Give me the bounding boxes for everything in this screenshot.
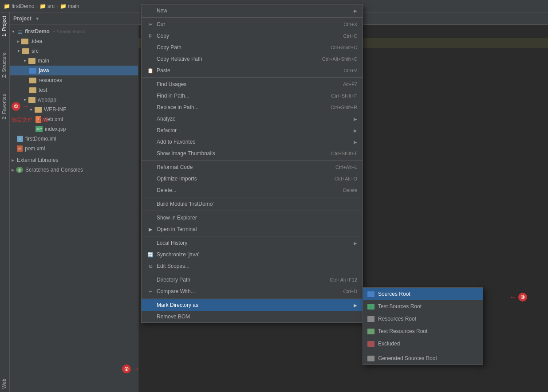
menu-label-analyze: Analyze (157, 116, 176, 122)
menu-item-copypath[interactable]: Copy Path Ctrl+Shift+C (142, 42, 363, 53)
menu-label-copypath: Copy Path (157, 44, 181, 51)
tree-item-idea[interactable]: ▶ .idea (10, 36, 138, 46)
panel-title: Project (13, 16, 32, 22)
breadcrumb-src[interactable]: 📁 src (39, 3, 55, 9)
menu-item-findinpath[interactable]: Find in Path... Ctrl+Shift+F (142, 90, 363, 102)
tree-item-src[interactable]: ▼ src (10, 46, 138, 56)
panel-header: Project ▼ (10, 12, 138, 25)
menu-item-editscopes[interactable]: ⊙ Edit Scopes... (142, 260, 363, 272)
submenu-label-testsourcesroot: Test Sources Root (378, 303, 422, 310)
submenu-item-resourcesroot[interactable]: Resources Root (363, 313, 483, 325)
optimizeimports-icon (147, 175, 154, 182)
left-sidebar-tabs: 1: Project Z: Structure 2: Favorites Web (0, 12, 10, 392)
menu-item-showthumbs[interactable]: Show Image Thumbnails Ctrl+Shift+T (142, 148, 363, 159)
menu-label-showthumbs: Show Image Thumbnails (157, 150, 215, 157)
menu-item-analyze[interactable]: Analyze ▶ (142, 113, 363, 125)
tree-item-main[interactable]: ▼ main (10, 56, 138, 66)
menu-item-replaceinpath[interactable]: Replace in Path... Ctrl+Shift+R (142, 102, 363, 113)
submenu-label-testresourcesroot: Test Resources Root (378, 328, 427, 334)
folder-icon-webapp (28, 97, 35, 103)
folder-icon-idea (21, 39, 28, 44)
tree-label-src: src (32, 48, 39, 54)
menu-item-buildmodule[interactable]: Build Module 'firstDemo' (142, 198, 363, 210)
new-arrow: ▶ (354, 8, 357, 13)
menu-label-copy: Copy (157, 33, 169, 39)
tree-item-resources[interactable]: resources (10, 75, 138, 85)
submenu-item-sourcesroot[interactable]: Sources Root (363, 288, 483, 300)
menu-item-new[interactable]: New ▶ (142, 5, 363, 16)
sidebar-tab-web[interactable]: Web (0, 375, 9, 392)
menu-item-openinterminal[interactable]: ▶ Open in Terminal (142, 223, 363, 235)
copypath-icon (147, 44, 154, 51)
addtofav-icon (147, 138, 154, 145)
menu-item-copy[interactable]: ⎘ Copy Ctrl+C (142, 30, 363, 42)
menu-item-reformat[interactable]: Reformat Code Ctrl+Alt+L (142, 161, 363, 173)
menu-item-delete[interactable]: Delete... Delete (142, 184, 363, 196)
cut-shortcut: Ctrl+X (343, 22, 357, 27)
tree-item-indexjsp[interactable]: JSP index.jsp (10, 124, 138, 134)
submenu-label-resourcesroot: Resources Root (378, 316, 416, 322)
markdir-icon (147, 302, 154, 309)
expand-icon-webinf: ▼ (29, 108, 33, 112)
copy-shortcut: Ctrl+C (343, 33, 357, 39)
submenu-item-testresourcesroot[interactable]: Test Resources Root (363, 325, 483, 337)
submenu-item-testsourcesroot[interactable]: Test Sources Root (363, 300, 483, 313)
menu-item-paste[interactable]: 📋 Paste Ctrl+V (142, 65, 363, 76)
expand-icon-webapp: ▼ (23, 98, 27, 102)
tree-item-test[interactable]: test (10, 85, 138, 95)
replaceinpath-shortcut: Ctrl+Shift+R (331, 105, 357, 110)
sidebar-tab-structure[interactable]: Z: Structure (0, 49, 9, 81)
menu-item-findusages[interactable]: Find Usages Alt+F7 (142, 78, 363, 90)
showinexplorer-icon (147, 214, 154, 221)
tree-label-java: java (39, 67, 49, 74)
menu-item-dirpath[interactable]: Directory Path Ctrl+Alt+F12 (142, 274, 363, 286)
showthumbs-icon (147, 150, 154, 157)
menu-item-cut[interactable]: ✂ Cut Ctrl+X (142, 19, 363, 30)
panel-dropdown-icon[interactable]: ▼ (35, 16, 40, 21)
tree-item-iml[interactable]: I firstDemo.iml (10, 134, 138, 144)
menu-item-markdir[interactable]: Mark Directory as ▶ (142, 299, 363, 311)
breadcrumb-main[interactable]: 📁 main (60, 3, 79, 9)
tree-item-java[interactable]: java (10, 66, 138, 75)
reformat-icon (147, 164, 154, 171)
sep-8 (142, 298, 363, 298)
file-icon-iml: I (17, 136, 23, 142)
submenu-item-gensourcesroot[interactable]: Generated Sources Root (363, 352, 483, 365)
breadcrumb-project[interactable]: 📁 firstDemo (4, 3, 34, 9)
findinpath-shortcut: Ctrl+Shift+F (331, 93, 357, 98)
tree-label-iml: firstDemo.iml (25, 136, 56, 142)
menu-item-synchronize[interactable]: 🔄 Synchronize 'java' (142, 249, 363, 260)
submenu-label-sourcesroot: Sources Root (378, 291, 410, 297)
menu-item-copyrelpath[interactable]: Copy Relative Path Ctrl+Alt+Shift+C (142, 53, 363, 65)
tree-item-scratches[interactable]: ▶ ◎ Scratches and Consoles (10, 165, 138, 175)
sidebar-tab-favorites[interactable]: 2: Favorites (0, 90, 9, 123)
menu-item-removebom[interactable]: Remove BOM (142, 311, 363, 322)
sep-3 (142, 160, 363, 161)
menu-label-buildmodule: Build Module 'firstDemo' (157, 201, 214, 207)
menu-item-addtofav[interactable]: Add to Favorites ▶ (142, 136, 363, 148)
sep-7 (142, 273, 363, 273)
chinese-annotation: 选定文件，右键 (12, 116, 49, 124)
menu-item-showinexplorer[interactable]: Show in Explorer (142, 212, 363, 223)
submenu-item-excluded[interactable]: Excluded (363, 337, 483, 350)
menu-item-refactor[interactable]: Refactor ▶ (142, 125, 363, 136)
project-panel: Project ▼ ▼ 🗂 firstDemo E:\Idea\classco … (10, 12, 138, 392)
tree-item-pom[interactable]: m pom.xml (10, 144, 138, 153)
tree-label-scratches: Scratches and Consoles (25, 167, 83, 173)
menu-item-localhistory[interactable]: Local History ▶ (142, 237, 363, 249)
menu-label-findinpath: Find in Path... (157, 93, 189, 99)
menu-label-openinterminal: Open in Terminal (157, 226, 197, 232)
replaceinpath-icon (147, 104, 154, 111)
tree-area: ▼ 🗂 firstDemo E:\Idea\classco ▶ .idea ▼ … (10, 25, 138, 176)
copyrelpath-shortcut: Ctrl+Alt+Shift+C (322, 56, 357, 62)
addtofav-arrow: ▶ (354, 140, 357, 145)
icon-scratches: ◎ (16, 167, 23, 173)
folder-icon-webinf (35, 107, 42, 113)
file-icon-indexjsp: JSP (35, 126, 43, 132)
menu-item-comparewith[interactable]: ↔ Compare With... Ctrl+D (142, 286, 363, 297)
menu-item-optimizeimports[interactable]: Optimize Imports Ctrl+Alt+O (142, 173, 363, 184)
sidebar-tab-project[interactable]: 1: Project (0, 12, 9, 40)
tree-item-extlibs[interactable]: ▶ External Libraries (10, 155, 138, 165)
menu-label-addtofav: Add to Favorites (157, 139, 195, 145)
tree-item-firstdemo[interactable]: ▼ 🗂 firstDemo E:\Idea\classco (10, 27, 138, 36)
